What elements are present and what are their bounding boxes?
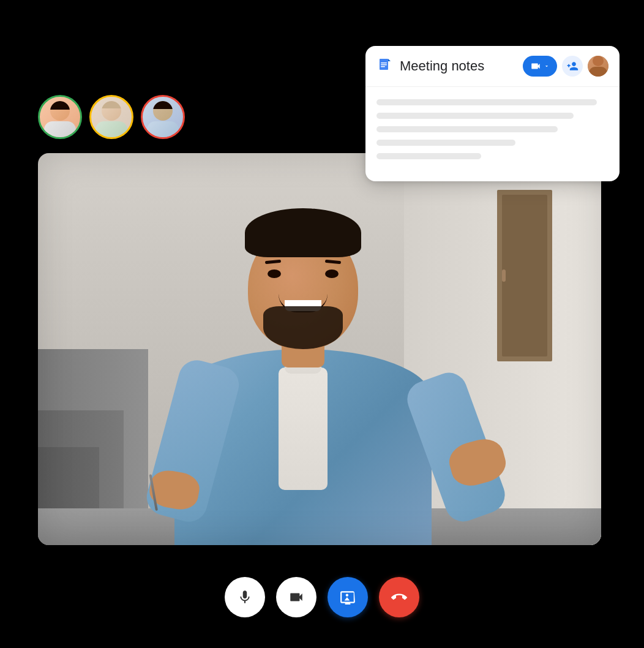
end-call-icon xyxy=(391,589,407,605)
video-feed xyxy=(38,153,601,545)
docs-icon xyxy=(376,58,394,75)
present-icon xyxy=(340,589,356,605)
card-actions xyxy=(523,56,608,77)
card-user-avatar xyxy=(588,56,608,77)
content-line-1 xyxy=(376,99,597,105)
camera-button[interactable] xyxy=(276,577,316,617)
microphone-button[interactable] xyxy=(225,577,265,617)
video-person xyxy=(138,202,468,545)
content-line-5 xyxy=(376,153,481,159)
svg-rect-2 xyxy=(381,62,387,64)
card-title: Meeting notes xyxy=(400,58,517,74)
dropdown-arrow-icon xyxy=(544,63,550,69)
video-call-button[interactable] xyxy=(523,56,557,77)
video-icon xyxy=(530,61,541,72)
content-line-3 xyxy=(376,126,558,132)
participant-avatar-2[interactable] xyxy=(89,95,133,139)
card-header: Meeting notes xyxy=(365,46,620,87)
scene: Meeting notes xyxy=(0,0,644,648)
present-button[interactable] xyxy=(328,577,368,617)
mic-icon xyxy=(237,589,253,605)
card-content xyxy=(365,87,620,181)
meeting-notes-card: Meeting notes xyxy=(365,46,620,181)
content-line-4 xyxy=(376,140,515,146)
add-person-icon xyxy=(566,60,578,72)
end-call-button[interactable] xyxy=(379,577,419,617)
participant-avatar-1[interactable] xyxy=(38,95,82,139)
add-person-button[interactable] xyxy=(562,56,583,77)
svg-rect-3 xyxy=(381,64,387,66)
controls-bar xyxy=(225,577,419,617)
svg-rect-4 xyxy=(381,66,385,67)
participants-row xyxy=(38,95,185,139)
content-line-2 xyxy=(376,113,574,119)
camera-icon xyxy=(288,589,304,605)
participant-avatar-3[interactable] xyxy=(141,95,185,139)
